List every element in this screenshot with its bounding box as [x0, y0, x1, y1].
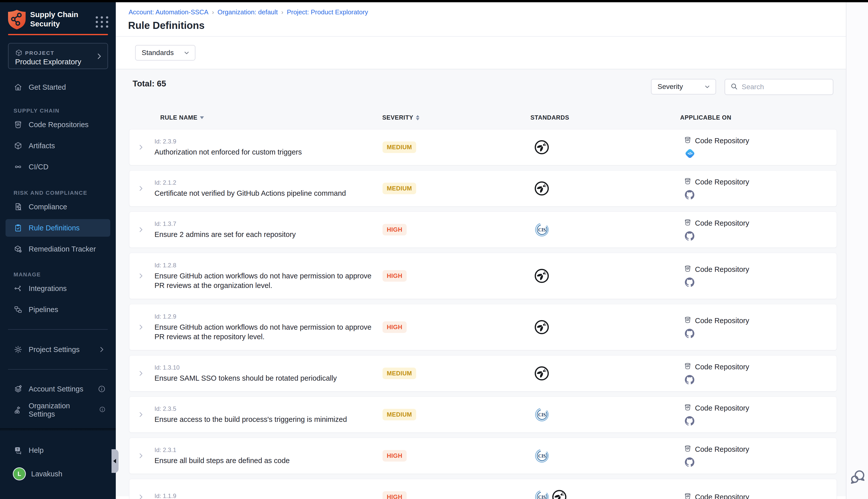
code-bucket-icon — [684, 265, 692, 274]
github-icon — [685, 231, 749, 241]
severity-filter-dropdown[interactable]: Severity — [651, 79, 716, 95]
sidebar-collapse-handle[interactable] — [112, 449, 119, 473]
sidebar-item-pipelines[interactable]: Pipelines — [0, 299, 116, 320]
info-icon[interactable] — [99, 406, 106, 414]
applicable-on-label: Code Repository — [695, 493, 749, 499]
table-row[interactable]: Id: 1.1.9HIGHCISCode Repository — [129, 479, 837, 499]
rule-name: Authorization not enforced for custom tr… — [154, 147, 375, 157]
applicable-on-label: Code Repository — [695, 363, 749, 371]
sidebar-item-remediation-tracker[interactable]: Remediation Tracker — [0, 239, 116, 259]
applicable-on-label: Code Repository — [695, 178, 749, 186]
sidebar-item-project-settings[interactable]: Project Settings — [0, 339, 116, 360]
breadcrumb-link-account[interactable]: Account: Automation-SSCA — [128, 8, 209, 16]
sort-desc-icon — [200, 116, 204, 119]
standards-cell: CIS — [534, 212, 549, 247]
table-row[interactable]: Id: 2.3.5Ensure access to the build proc… — [129, 397, 837, 433]
project-eyebrow: PROJECT — [25, 50, 54, 56]
sidebar-item-label: Remediation Tracker — [29, 245, 96, 253]
chevron-right-icon — [98, 345, 106, 354]
sidebar-item-code-repositories[interactable]: Code Repositories — [0, 114, 116, 135]
sidebar: Supply ChainSecurity PROJECT Product Exp… — [0, 2, 116, 499]
severity-cell: HIGH — [383, 438, 407, 474]
sidebar-item-ci-cd[interactable]: CI/CD — [0, 156, 116, 178]
standards-cell: CIS — [534, 397, 549, 433]
supply-chain-security-logo-icon — [8, 9, 26, 30]
rule-name-cell: Id: 1.3.10Ensure SAML SSO tokens should … — [154, 355, 375, 391]
table-row[interactable]: Id: 1.3.10Ensure SAML SSO tokens should … — [129, 355, 837, 391]
owasp-logo-icon — [534, 366, 549, 381]
sidebar-item-get-started[interactable]: Get Started — [0, 79, 116, 95]
code-bucket-icon — [684, 136, 692, 145]
rule-id: Id: 1.1.9 — [154, 492, 375, 499]
row-expand-chevron-icon[interactable] — [133, 212, 149, 247]
rule-id: Id: 1.2.8 — [154, 262, 375, 269]
standards-cell — [534, 171, 549, 206]
code-bucket-icon — [14, 120, 23, 129]
module-header: Supply ChainSecurity — [0, 2, 116, 33]
table-row[interactable]: Id: 1.2.8Ensure GitHub action workflows … — [129, 253, 837, 299]
sidebar-item-artifacts[interactable]: Artifacts — [0, 135, 116, 156]
standards-dropdown[interactable]: Standards — [135, 45, 195, 61]
sidebar-item-help[interactable]: ?Help — [0, 440, 116, 461]
applicable-on-cell: Code Repository — [684, 479, 749, 499]
row-expand-chevron-icon[interactable] — [133, 253, 149, 299]
row-expand-chevron-icon[interactable] — [133, 171, 149, 206]
avatar: L — [14, 468, 25, 480]
rule-name-cell: Id: 2.3.1Ensure all build steps are defi… — [154, 438, 375, 474]
rule-id: Id: 2.3.5 — [154, 405, 375, 412]
row-expand-chevron-icon[interactable] — [133, 130, 149, 165]
column-header-rule-name[interactable]: RULE NAME — [160, 114, 204, 121]
row-expand-chevron-icon[interactable] — [133, 397, 149, 433]
row-expand-chevron-icon[interactable] — [133, 438, 149, 474]
column-header-severity[interactable]: SEVERITY — [382, 114, 419, 121]
column-label: APPLICABLE ON — [680, 114, 731, 121]
sidebar-item-integrations[interactable]: Integrations — [0, 278, 116, 299]
sidebar-item-label: Compliance — [29, 203, 67, 211]
github-icon — [685, 457, 749, 467]
page-header: Account: Automation-SSCA›Organization: d… — [116, 2, 846, 37]
info-icon[interactable] — [98, 385, 106, 393]
table-row[interactable]: Id: 2.3.1Ensure all build steps are defi… — [129, 438, 837, 474]
rule-name-cell: Id: 1.2.9Ensure GitHub action workflows … — [154, 304, 375, 350]
table-row[interactable]: Id: 2.1.2Certificate not verified by Git… — [129, 170, 837, 207]
org-gear-icon — [14, 405, 23, 415]
table-row[interactable]: Id: 1.3.7Ensure 2 admins are set for eac… — [129, 211, 837, 248]
sidebar-item-compliance[interactable]: Compliance — [0, 196, 116, 217]
sidebar-item-account-settings[interactable]: Account Settings — [0, 378, 116, 400]
severity-cell: HIGH — [383, 479, 407, 499]
breadcrumb: Account: Automation-SSCA›Organization: d… — [128, 8, 368, 16]
severity-cell: HIGH — [383, 212, 407, 247]
column-label: RULE NAME — [160, 114, 197, 121]
chat-question-icon: ? — [14, 446, 23, 455]
svg-text:?: ? — [16, 448, 18, 451]
table-row[interactable]: Id: 1.2.9Ensure GitHub action workflows … — [129, 304, 837, 350]
svg-text:CIS: CIS — [538, 495, 546, 499]
sidebar-item-organization-settings[interactable]: Organization Settings — [0, 400, 116, 421]
standards-cell — [534, 253, 549, 299]
chevron-down-icon — [704, 83, 711, 90]
right-gutter-scroll-area[interactable] — [846, 2, 868, 499]
project-selector[interactable]: PROJECT Product Exploratory — [8, 43, 108, 69]
row-expand-chevron-icon[interactable] — [133, 479, 149, 499]
sidebar-item-label: CI/CD — [29, 163, 49, 171]
sidebar-user-profile[interactable]: LLavakush — [0, 463, 116, 484]
chat-bubbles-icon[interactable] — [850, 469, 866, 484]
standards-cell: CIS — [534, 438, 549, 474]
rule-name-cell: Id: 1.1.9 — [154, 479, 375, 499]
search-input[interactable] — [742, 83, 828, 91]
row-expand-chevron-icon[interactable] — [133, 304, 149, 350]
applicable-on-cell: Code Repository — [684, 355, 749, 391]
module-switcher-grid-icon[interactable] — [96, 15, 109, 28]
cube-icon — [15, 49, 23, 57]
severity-cell: MEDIUM — [383, 130, 416, 165]
row-expand-chevron-icon[interactable] — [133, 355, 149, 391]
severity-badge: MEDIUM — [383, 368, 416, 379]
breadcrumb-link-project[interactable]: Project: Product Exploratory — [287, 8, 368, 16]
svg-text:CIS: CIS — [538, 412, 546, 417]
applicable-on-cell: Code Repository — [684, 397, 749, 433]
rule-id: Id: 2.3.9 — [154, 138, 375, 145]
table-row[interactable]: Id: 2.3.9Authorization not enforced for … — [129, 129, 837, 165]
rule-name: Ensure 2 admins are set for each reposit… — [154, 230, 375, 239]
sidebar-item-rule-definitions[interactable]: Rule Definitions — [0, 217, 116, 239]
breadcrumb-link-organization[interactable]: Organization: default — [218, 8, 278, 16]
